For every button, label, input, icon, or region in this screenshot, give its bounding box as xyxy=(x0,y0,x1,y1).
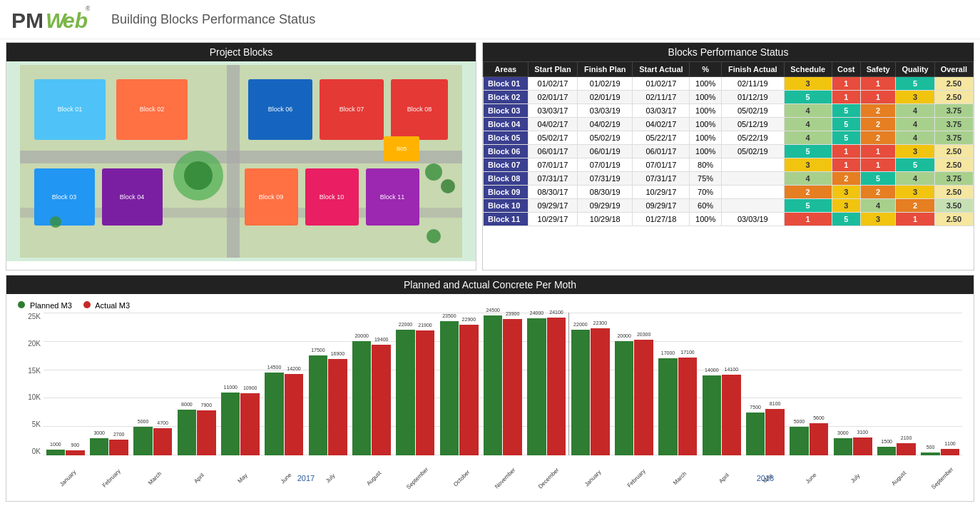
planned-bar: 20000 xyxy=(615,341,633,455)
col-schedule: Schedule xyxy=(784,62,832,77)
planned-bar: 8000 xyxy=(178,410,196,455)
svg-point-34 xyxy=(50,216,61,228)
month-group: 15002100August xyxy=(874,313,918,455)
chart-area: Planned M3 Actual M3 0K5K10K15K20K25K100… xyxy=(6,294,974,501)
bars-wrapper: 1000900January30002700February50004700Ma… xyxy=(44,313,962,484)
actual-bar: 20300 xyxy=(634,340,653,455)
planned-bar: 5000 xyxy=(790,427,808,455)
svg-text:Block 01: Block 01 xyxy=(58,106,83,113)
month-group: 2000019400August xyxy=(349,313,393,455)
month-group: 2000020300February xyxy=(612,313,655,455)
planned-bar: 17500 xyxy=(309,355,327,455)
actual-dot xyxy=(83,301,91,308)
actual-bar: 16900 xyxy=(328,359,347,455)
actual-bar: 3100 xyxy=(853,437,872,455)
col-safety: Safety xyxy=(860,62,896,77)
svg-text:Block 08: Block 08 xyxy=(407,106,432,113)
planned-bar: 23500 xyxy=(440,321,459,455)
planned-bar: 5000 xyxy=(133,427,152,455)
year-2018-label: 2018 xyxy=(568,455,962,484)
planned-bar: 3000 xyxy=(90,438,108,455)
svg-point-33 xyxy=(441,179,455,193)
svg-point-35 xyxy=(427,229,441,243)
y-axis: 0K5K10K15K20K25K xyxy=(18,313,44,484)
planned-dot xyxy=(18,301,25,308)
year-2017-label: 2017 xyxy=(44,455,568,484)
svg-text:Block 03: Block 03 xyxy=(52,193,77,201)
month-group: 80007900April xyxy=(175,313,218,455)
month-group: 1450014200June xyxy=(262,313,306,455)
actual-bar: 4700 xyxy=(153,428,172,455)
col-cost: Cost xyxy=(832,62,860,77)
logo: PM W eb ® xyxy=(11,5,90,34)
svg-text:PM: PM xyxy=(11,9,44,32)
actual-bar: 22900 xyxy=(459,325,478,455)
planned-bar: 24500 xyxy=(484,315,502,455)
header: PM W eb ® Building Blocks Performance St… xyxy=(0,0,980,39)
planned-legend: Planned M3 xyxy=(18,301,72,310)
actual-bar: 1100 xyxy=(941,449,959,455)
svg-text:eb: eb xyxy=(63,9,88,32)
svg-text:Block 09: Block 09 xyxy=(259,193,284,201)
perf-status-title: Blocks Performance Status xyxy=(483,43,974,61)
month-group: 2350022900October xyxy=(437,313,481,455)
month-group: 2450023900November xyxy=(481,313,524,455)
actual-bar: 10900 xyxy=(240,393,259,455)
actual-bar: 8100 xyxy=(765,409,784,455)
month-group: 50004700March xyxy=(131,313,175,455)
bars-row: 1000900January30002700February50004700Ma… xyxy=(44,313,962,455)
month-group: 5001100September xyxy=(919,313,962,455)
table-row: Block 1009/29/1709/29/1909/29/1760%53423… xyxy=(484,199,974,213)
table-row: Block 0101/02/1701/02/1901/02/17100%02/1… xyxy=(484,77,974,91)
svg-point-19 xyxy=(184,161,213,190)
actual-bar: 2700 xyxy=(109,440,128,455)
svg-text:Block 07: Block 07 xyxy=(340,106,364,113)
actual-bar: 2100 xyxy=(897,443,915,455)
actual-legend: Actual M3 xyxy=(83,301,130,310)
year-labels-row: 20172018 xyxy=(44,455,962,484)
main-content: Project Blocks Block 01 Block 02 Bl xyxy=(0,39,980,505)
table-row: Block 0404/02/1704/02/1904/02/17100%05/1… xyxy=(484,118,974,131)
table-row: Block 0303/03/1703/03/1903/03/17100%05/0… xyxy=(484,104,974,118)
planned-bar: 17000 xyxy=(658,358,677,455)
actual-bar: 5600 xyxy=(810,423,828,455)
table-row: Block 0807/31/1707/31/1907/31/1775%42543… xyxy=(484,172,974,186)
col-quality: Quality xyxy=(896,62,934,77)
planned-bar: 1500 xyxy=(877,447,896,455)
col-areas: Areas xyxy=(484,62,529,77)
svg-text:Block 11: Block 11 xyxy=(380,193,405,201)
table-row: Block 0202/01/1702/01/1902/11/17100%01/1… xyxy=(484,91,974,104)
col-start-actual: Start Actual xyxy=(633,62,690,77)
page-title: Building Blocks Performance Status xyxy=(111,12,315,27)
svg-text:Block 04: Block 04 xyxy=(120,193,145,201)
month-group: 2200021900September xyxy=(394,313,437,455)
actual-bar: 17100 xyxy=(678,358,697,455)
svg-text:B05: B05 xyxy=(397,146,407,152)
col-start-plan: Start Plan xyxy=(528,62,577,77)
actual-bar: 14200 xyxy=(285,374,303,455)
actual-bar: 23900 xyxy=(503,319,521,455)
month-group: 2200022300January xyxy=(568,313,612,455)
perf-status-panel: Blocks Performance Status Areas Start Pl… xyxy=(482,42,974,270)
planned-bar: 14500 xyxy=(265,373,283,455)
col-overall: Overall xyxy=(934,62,973,77)
month-group: 50005600June xyxy=(787,313,831,455)
month-group: 1400014100April xyxy=(700,313,743,455)
planned-bar: 1000 xyxy=(46,450,65,455)
table-row: Block 0606/01/1706/01/1906/01/17100%05/0… xyxy=(484,145,974,158)
planned-bar: 20000 xyxy=(352,341,371,455)
table-row: Block 0505/02/1705/02/1905/22/17100%05/2… xyxy=(484,131,974,145)
planned-bar: 22000 xyxy=(396,330,414,455)
table-row: Block 1110/29/1710/29/1801/27/18100%03/0… xyxy=(484,213,974,226)
actual-bar: 7900 xyxy=(197,410,215,455)
col-finish-plan: Finish Plan xyxy=(578,62,633,77)
col-finish-actual: Finish Actual xyxy=(721,62,784,77)
planned-bar: 11000 xyxy=(221,393,240,455)
bottom-panel: Planned and Actual Concrete Per Moth Pla… xyxy=(6,275,974,502)
month-group: 75008100May xyxy=(743,313,787,455)
svg-rect-6 xyxy=(227,65,240,258)
month-group: 1100010900May xyxy=(218,313,262,455)
table-row: Block 0707/01/1707/01/1907/01/1780%31152… xyxy=(484,158,974,172)
project-map: Block 01 Block 02 Block 06 Block 07 Bloc… xyxy=(20,65,462,258)
map-area: Block 01 Block 02 Block 06 Block 07 Bloc… xyxy=(6,61,476,261)
